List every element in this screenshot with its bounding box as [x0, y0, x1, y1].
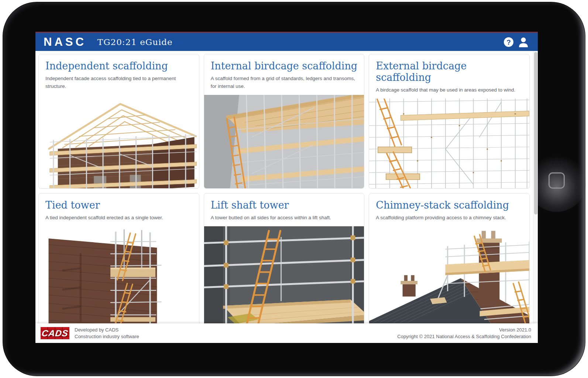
card-head: Tied tower A tied independent scaffold e… [39, 193, 199, 226]
card-head: Lift shaft tower A tower butted on all s… [204, 193, 364, 226]
app-header: NASC TG20:21 eGuide ? [35, 32, 538, 51]
card-title: Tied tower [45, 199, 192, 211]
card-title: Internal birdcage scaffolding [211, 60, 358, 72]
card-title: Independent scaffolding [45, 60, 192, 72]
app-screen: NASC TG20:21 eGuide ? [35, 32, 538, 343]
cards-grid: Independent scaffolding Independent faca… [38, 54, 530, 323]
card-description: A tied independent scaffold erected as a… [45, 214, 192, 222]
app-footer: CADS Developed by CADS Construction indu… [35, 323, 538, 343]
cads-logo: CADS [41, 327, 69, 339]
tablet-bezel: NASC TG20:21 eGuide ? [3, 2, 585, 376]
external-birdcage-illustration [369, 99, 529, 188]
nasc-logo: NASC [44, 35, 86, 49]
lift-shaft-tower-illustration [204, 226, 364, 323]
card-internal-birdcage-scaffolding[interactable]: Internal birdcage scaffolding A scaffold… [204, 54, 365, 189]
internal-birdcage-illustration [204, 95, 364, 188]
card-title: External birdcage scaffolding [376, 60, 523, 83]
scrollbar-thumb[interactable] [534, 52, 537, 214]
footer-developed-by: Developed by CADS [75, 327, 139, 333]
card-description: A scaffold formed from a grid of standar… [211, 75, 358, 90]
user-button[interactable] [517, 36, 530, 48]
scrollbar[interactable] [533, 51, 538, 323]
card-description: A tower butted on all sides for access w… [211, 214, 358, 222]
card-external-birdcage-scaffolding[interactable]: External birdcage scaffolding A birdcage… [369, 54, 530, 189]
footer-copyright: Copyright © 2021 National Access & Scaff… [397, 333, 531, 340]
card-lift-shaft-tower[interactable]: Lift shaft tower A tower butted on all s… [204, 193, 365, 323]
independent-scaffolding-illustration [39, 95, 199, 188]
cads-logo-text: CADS [41, 328, 69, 339]
card-title: Lift shaft tower [211, 199, 358, 211]
card-description: A scaffolding platform providing access … [376, 214, 523, 222]
footer-tagline: Construction industry software [75, 333, 139, 340]
footer-left: CADS Developed by CADS Construction indu… [41, 327, 139, 340]
card-title: Chimney-stack scaffolding [376, 199, 523, 211]
tied-tower-illustration [39, 226, 199, 323]
svg-text:?: ? [506, 38, 511, 46]
chimney-stack-illustration [369, 226, 529, 323]
card-head: Internal birdcage scaffolding A scaffold… [204, 54, 364, 95]
card-chimney-stack-scaffolding[interactable]: Chimney-stack scaffolding A scaffolding … [369, 193, 530, 323]
help-button[interactable]: ? [502, 36, 515, 48]
home-button[interactable] [549, 172, 565, 189]
footer-developer-block: Developed by CADS Construction industry … [75, 327, 139, 340]
card-tied-tower[interactable]: Tied tower A tied independent scaffold e… [38, 193, 199, 323]
card-head: Independent scaffolding Independent faca… [39, 54, 199, 95]
card-independent-scaffolding[interactable]: Independent scaffolding Independent faca… [38, 54, 199, 189]
help-icon: ? [503, 37, 514, 48]
footer-right: Version 2021.0 Copyright © 2021 National… [397, 327, 531, 340]
page-title: TG20:21 eGuide [97, 37, 173, 47]
content-area: Independent scaffolding Independent faca… [35, 51, 538, 323]
card-description: Independent facade access scaffolding ti… [45, 75, 192, 90]
card-head: External birdcage scaffolding A birdcage… [369, 54, 529, 99]
card-description: A birdcage scaffold that may be used in … [376, 86, 523, 94]
footer-version: Version 2021.0 [397, 327, 531, 333]
card-head: Chimney-stack scaffolding A scaffolding … [369, 193, 529, 226]
user-icon [517, 36, 529, 48]
